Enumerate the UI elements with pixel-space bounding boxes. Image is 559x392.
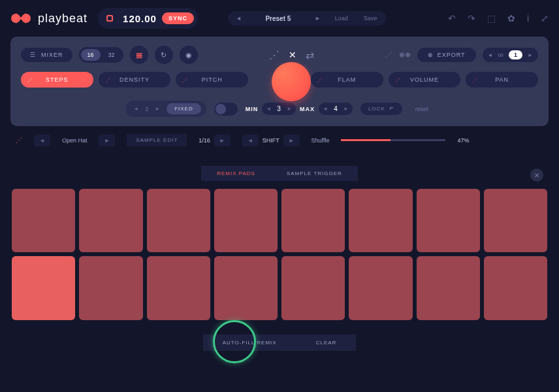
pad-3[interactable] bbox=[147, 189, 210, 252]
lock-button[interactable]: LOCK↶ bbox=[360, 103, 402, 115]
svg-point-1 bbox=[22, 14, 31, 23]
shift-label: SHIFT bbox=[263, 137, 280, 144]
shift-left-icon[interactable]: ◄ bbox=[242, 135, 259, 146]
pad-9[interactable] bbox=[12, 256, 75, 319]
min-value[interactable]: 3 bbox=[275, 105, 283, 112]
param-steps-button[interactable]: ⋰STEPS bbox=[21, 72, 93, 88]
max-label: MAX bbox=[300, 106, 315, 112]
preset-prev-icon[interactable]: ◄ bbox=[233, 15, 244, 22]
pad-15[interactable] bbox=[417, 256, 480, 319]
steps-32-option[interactable]: 32 bbox=[102, 49, 121, 61]
preset-load-button[interactable]: Load bbox=[331, 14, 352, 23]
param-density-button[interactable]: ⋰DENSITY bbox=[99, 72, 171, 88]
app-name: playbeat bbox=[38, 12, 88, 25]
logo: playbeat bbox=[10, 12, 88, 25]
undo-small-icon: ↶ bbox=[389, 106, 394, 112]
preset-next-icon[interactable]: ► bbox=[312, 15, 323, 22]
max-down-icon[interactable]: ◄ bbox=[323, 106, 328, 112]
min-label: MIN bbox=[246, 106, 259, 112]
sample-edit-button[interactable]: SAMPLE EDIT bbox=[127, 134, 187, 146]
fixed-prev-icon[interactable]: ◄ bbox=[131, 106, 141, 112]
tempo-value[interactable]: 120.00 bbox=[123, 13, 157, 24]
division-next-icon[interactable]: ► bbox=[214, 135, 231, 146]
pad-grid bbox=[0, 189, 559, 320]
sync-button[interactable]: SYNC bbox=[162, 12, 194, 24]
logo-icon bbox=[10, 12, 33, 25]
tempo-box: 120.00 SYNC bbox=[98, 8, 198, 29]
undo-icon[interactable]: ↶ bbox=[448, 13, 456, 24]
sample-dots-icon[interactable]: ⋰ bbox=[16, 137, 22, 144]
pad-8[interactable] bbox=[484, 189, 547, 252]
pad-16[interactable] bbox=[484, 256, 547, 319]
snowflake-icon[interactable]: ❄❄ bbox=[399, 51, 411, 59]
export-button[interactable]: ⊕EXPORT bbox=[417, 48, 476, 62]
reset-button[interactable]: reset bbox=[410, 103, 434, 115]
pad-12[interactable] bbox=[214, 256, 278, 319]
max-up-icon[interactable]: ► bbox=[343, 106, 349, 112]
pad-5[interactable] bbox=[281, 189, 345, 252]
max-value[interactable]: 4 bbox=[332, 105, 340, 112]
pad-2[interactable] bbox=[79, 189, 142, 252]
redo-icon[interactable]: ↷ bbox=[468, 13, 475, 24]
param-pitch-button[interactable]: ⋰PITCH bbox=[176, 72, 248, 88]
loop-prev-icon[interactable]: ◄ bbox=[488, 52, 493, 58]
shuffle-icon[interactable]: ✕ bbox=[289, 50, 296, 60]
loop-control: ◄ ∞ 1 ► bbox=[483, 48, 538, 62]
shift-control: ◄ SHIFT ► bbox=[242, 135, 300, 146]
tab-remix-pads[interactable]: REMIX PADS bbox=[201, 166, 271, 181]
clear-button[interactable]: CLEAR bbox=[296, 335, 357, 351]
svg-point-0 bbox=[11, 14, 20, 23]
mixer-button[interactable]: ☰MIXER bbox=[21, 48, 72, 62]
pad-10[interactable] bbox=[79, 256, 142, 319]
fixed-control: ◄ 2 ► FIXED bbox=[125, 101, 206, 117]
sample-prev-icon[interactable]: ◄ bbox=[34, 135, 50, 146]
info-icon[interactable]: i bbox=[527, 13, 529, 24]
pad-tabs: REMIX PADS SAMPLE TRIGGER bbox=[0, 166, 559, 181]
pad-13[interactable] bbox=[281, 256, 345, 319]
division-value[interactable]: 1/16 bbox=[199, 137, 210, 144]
fixed-value[interactable]: 2 bbox=[145, 106, 148, 112]
pad-1[interactable] bbox=[12, 189, 75, 252]
autofill-button[interactable]: AUTO-FILL REMIX bbox=[203, 335, 296, 351]
step-count-toggle[interactable]: 16 32 bbox=[79, 47, 123, 63]
tab-sample-trigger[interactable]: SAMPLE TRIGGER bbox=[271, 166, 358, 181]
pad-4[interactable] bbox=[214, 189, 278, 252]
preset-save-button[interactable]: Save bbox=[360, 14, 381, 23]
param-flam-button[interactable]: ⋰FLAM bbox=[311, 72, 383, 88]
sample-bar: ⋰ ◄ Open Hat ► SAMPLE EDIT 1/16 ► ◄ SHIF… bbox=[0, 126, 559, 154]
pad-6[interactable] bbox=[349, 189, 412, 252]
pad-7[interactable] bbox=[417, 189, 480, 252]
fixed-next-icon[interactable]: ► bbox=[152, 106, 163, 112]
division-control: 1/16 ► bbox=[199, 135, 230, 146]
preset-name[interactable]: Preset 5 bbox=[252, 15, 304, 22]
sample-next-icon[interactable]: ► bbox=[99, 135, 115, 146]
expand-icon[interactable]: ⤢ bbox=[541, 13, 549, 24]
loop-count[interactable]: 1 bbox=[509, 50, 522, 59]
shift-right-icon[interactable]: ► bbox=[283, 135, 300, 146]
dice-icon[interactable]: ⬚ bbox=[487, 13, 496, 24]
fixed-label: FIXED bbox=[167, 103, 201, 114]
pad-11[interactable] bbox=[147, 256, 210, 319]
min-down-icon[interactable]: ◄ bbox=[266, 106, 271, 112]
max-control: ◄ 4 ► bbox=[319, 103, 353, 115]
stop-button[interactable] bbox=[102, 10, 118, 26]
random-icon[interactable]: ⋰ bbox=[385, 51, 392, 59]
min-up-icon[interactable]: ► bbox=[287, 106, 292, 112]
param-volume-button[interactable]: ⋰VOLUME bbox=[389, 72, 461, 88]
main-panel: ☰MIXER 16 32 ▦ ↻ ◉ ⋰ ✕ ⇄ ⋰ ❄❄ ⊕EXPORT ◄ … bbox=[10, 37, 549, 126]
steps-16-option[interactable]: 16 bbox=[81, 49, 101, 61]
sync-arrows-icon[interactable]: ⇄ bbox=[306, 49, 314, 61]
infinity-icon[interactable]: ∞ bbox=[498, 50, 504, 59]
close-icon[interactable]: ✕ bbox=[530, 169, 543, 182]
connect-icon[interactable]: ⋰ bbox=[269, 49, 280, 61]
target-icon[interactable]: ◉ bbox=[180, 46, 198, 64]
refresh-icon[interactable]: ↻ bbox=[155, 46, 173, 64]
pad-14[interactable] bbox=[349, 256, 412, 319]
shuffle-slider[interactable] bbox=[341, 139, 445, 141]
sample-name[interactable]: Open Hat bbox=[62, 137, 88, 144]
param-pan-button[interactable]: ⋰PAN bbox=[466, 72, 538, 88]
grid-icon[interactable]: ▦ bbox=[130, 46, 148, 64]
loop-next-icon[interactable]: ► bbox=[528, 52, 533, 58]
gear-icon[interactable]: ✿ bbox=[507, 13, 515, 24]
fixed-toggle[interactable] bbox=[214, 103, 238, 116]
